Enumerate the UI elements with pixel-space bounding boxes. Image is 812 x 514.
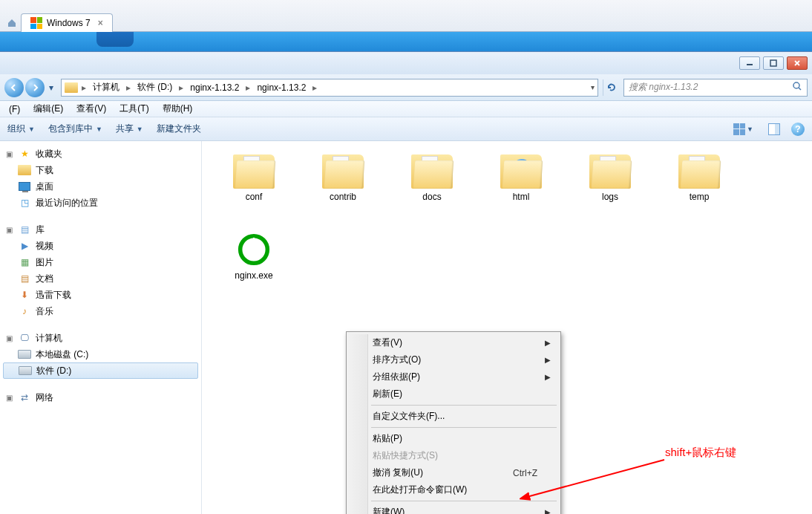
folder-temp[interactable]: temp [669,154,729,202]
sidebar-item-documents[interactable]: ▤文档 [0,270,201,287]
sidebar-item-video[interactable]: ▶视频 [0,238,201,254]
sidebar-network[interactable]: ▣⇄网络 [0,389,201,406]
menu-tools[interactable]: 工具(T) [114,101,154,117]
sidebar-item-xunlei[interactable]: ⬇迅雷下载 [0,287,201,303]
refresh-button[interactable] [603,79,619,96]
menu-edit[interactable]: 编辑(E) [27,101,69,117]
file-nginx-exe[interactable]: nginx.exe [224,232,284,281]
folder-logs[interactable]: logs [580,154,640,202]
help-icon[interactable]: ? [791,123,805,136]
svg-point-4 [793,82,799,88]
windows-icon [30,17,42,29]
ctx-group[interactable]: 分组依据(P)▶ [349,368,558,386]
toolbar-share[interactable]: 共享 ▼ [116,123,143,135]
menu-file[interactable]: (F) [3,103,26,116]
nginx-exe-icon [236,232,272,267]
items-grid: conf contrib docs html logs [202,141,812,294]
vm-tab-bar: Windows 7 × [0,0,812,32]
ctx-sort[interactable]: 排序方式(O)▶ [349,351,558,368]
desktop-background-strip [0,32,812,51]
ctx-view[interactable]: 查看(V)▶ [349,334,558,351]
preview-pane-button[interactable] [764,121,784,137]
folder-html[interactable]: html [491,154,551,202]
sidebar-favorites[interactable]: ▣★收藏夹 [0,146,201,162]
ctx-customize[interactable]: 自定义文件夹(F)... [349,408,558,425]
folder-contrib[interactable]: contrib [313,154,373,202]
svg-line-5 [799,88,801,90]
svg-rect-1 [770,60,776,66]
address-bar[interactable]: ▸ 计算机 ▸ 软件 (D:) ▸ nginx-1.13.2 ▸ nginx-1… [61,79,598,97]
crumb-computer[interactable]: 计算机 [90,81,122,94]
menu-view[interactable]: 查看(V) [71,101,112,117]
sidebar-item-pictures[interactable]: ▦图片 [0,254,201,270]
address-row: ▾ ▸ 计算机 ▸ 软件 (D:) ▸ nginx-1.13.2 ▸ nginx… [0,74,812,101]
sidebar-libraries[interactable]: ▣▤库 [0,221,201,238]
search-icon [792,81,802,94]
nav-history-dropdown[interactable]: ▾ [46,82,56,93]
vm-tab-title: Windows 7 [47,18,91,28]
vm-sidebar-icons [2,0,21,31]
sidebar-item-drive-d[interactable]: 软件 (D:) [3,362,198,379]
menu-bar: (F) 编辑(E) 查看(V) 工具(T) 帮助(H) [0,101,812,117]
ctx-paste[interactable]: 粘贴(P) [349,430,558,447]
window-titlebar[interactable] [0,52,812,74]
sidebar-item-desktop[interactable]: 桌面 [0,178,201,195]
search-input[interactable]: 搜索 nginx-1.13.2 [623,79,808,97]
menu-help[interactable]: 帮助(H) [157,101,199,117]
view-mode-button[interactable]: ▼ [730,121,757,137]
folder-conf[interactable]: conf [224,154,284,202]
home-icon[interactable] [7,18,17,28]
sidebar-item-drive-c[interactable]: 本地磁盘 (C:) [0,346,201,362]
search-placeholder: 搜索 nginx-1.13.2 [629,81,698,94]
toolbar-new-folder[interactable]: 新建文件夹 [157,123,201,135]
sidebar-item-music[interactable]: ♪音乐 [0,303,201,319]
explorer-window: ▾ ▸ 计算机 ▸ 软件 (D:) ▸ nginx-1.13.2 ▸ nginx… [0,51,812,514]
crumb-folder1[interactable]: nginx-1.13.2 [187,82,242,93]
nav-forward-button[interactable] [25,78,45,97]
crumb-folder2[interactable]: nginx-1.13.2 [254,82,309,93]
navigation-sidebar: ▣★收藏夹 下载 桌面 ◳最近访问的位置 ▣▤库 ▶视频 ▦图片 ▤文档 ⬇迅雷… [0,141,202,514]
ctx-refresh[interactable]: 刷新(E) [349,386,558,403]
folder-docs[interactable]: docs [402,154,462,202]
toolbar: 组织 ▼ 包含到库中 ▼ 共享 ▼ 新建文件夹 ▼ ? [0,117,812,141]
toolbar-organize[interactable]: 组织 ▼ [7,123,35,135]
nav-back-button[interactable] [4,78,24,97]
tab-close-icon[interactable]: × [98,18,103,28]
close-button[interactable] [787,56,808,70]
maximize-button[interactable] [763,56,784,70]
crumb-drive[interactable]: 软件 (D:) [134,81,175,94]
annotation-arrow [520,456,668,508]
address-dropdown-icon[interactable]: ▾ [591,83,595,91]
annotation-text: shift+鼠标右键 [665,446,736,460]
sidebar-item-downloads[interactable]: 下载 [0,162,201,178]
folder-icon [65,82,78,93]
toolbar-include-library[interactable]: 包含到库中 ▼ [48,123,102,135]
minimize-button[interactable] [739,56,760,70]
sidebar-computer[interactable]: ▣🖵计算机 [0,330,201,346]
sidebar-item-recent[interactable]: ◳最近访问的位置 [0,195,201,211]
svg-line-8 [527,460,664,497]
vm-tab[interactable]: Windows 7 × [21,13,113,32]
